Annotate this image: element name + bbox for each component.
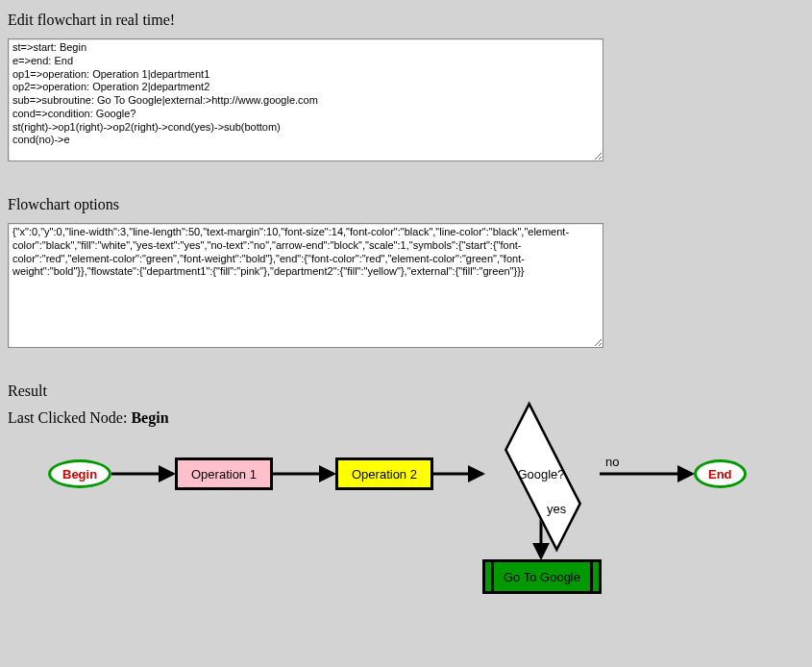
end-node[interactable]: End: [694, 459, 747, 488]
flowchart-canvas: Begin Operation 1 Operation 2 Google? En…: [8, 444, 804, 598]
subroutine-label: Go To Google: [491, 562, 593, 591]
flowchart-source-textarea[interactable]: [8, 38, 603, 161]
edge-label-yes: yes: [547, 502, 566, 516]
edge-label-no: no: [605, 455, 619, 469]
last-clicked-node: Last Clicked Node: Begin: [8, 409, 804, 427]
condition-node[interactable]: Google?: [488, 451, 594, 497]
options-heading: Flowchart options: [8, 196, 804, 213]
flowchart-options-textarea[interactable]: [8, 223, 603, 348]
subroutine-node[interactable]: Go To Google: [482, 559, 602, 594]
start-node[interactable]: Begin: [48, 459, 111, 488]
result-heading: Result: [8, 383, 804, 400]
edit-heading: Edit flowchart in real time!: [8, 12, 804, 29]
operation-2-node[interactable]: Operation 2: [335, 457, 433, 490]
last-clicked-prefix: Last Clicked Node:: [8, 409, 131, 426]
last-clicked-value: Begin: [131, 409, 168, 426]
operation-1-node[interactable]: Operation 1: [175, 457, 273, 490]
